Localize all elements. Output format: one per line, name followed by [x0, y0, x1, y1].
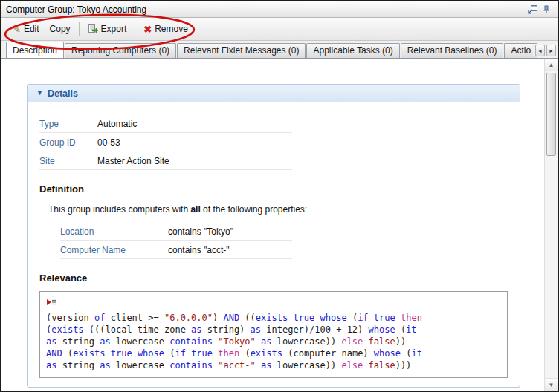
- titlebar: Computer Group: Tokyo Accounting: [1, 1, 558, 18]
- property-label: Location: [60, 226, 168, 237]
- field-value: Automatic: [97, 119, 137, 129]
- export-button[interactable]: Export: [83, 20, 132, 39]
- details-header[interactable]: ▼ Details: [28, 85, 520, 102]
- tab-reporting-computers[interactable]: Reporting Computers (0): [65, 43, 176, 58]
- property-row-location: Location contains "Tokyo": [60, 222, 292, 241]
- pin-icon[interactable]: [541, 4, 552, 14]
- remove-button[interactable]: ✖ Remove: [138, 21, 193, 37]
- intro-suffix: of the following properties:: [201, 204, 307, 215]
- titlebar-icons: [527, 4, 552, 14]
- tab-applicable-tasks[interactable]: Applicable Tasks (0): [306, 43, 399, 58]
- pencil-icon: ✎: [13, 24, 21, 34]
- float-window-icon[interactable]: [527, 4, 537, 14]
- copy-button[interactable]: Copy: [45, 21, 76, 37]
- field-value: 00-53: [97, 137, 120, 148]
- relevance-heading: Relevance: [39, 272, 520, 284]
- tab-action-truncated[interactable]: Actio: [504, 43, 537, 58]
- details-fields: Type Automatic Group ID 00-53 Site Maste…: [39, 114, 292, 170]
- field-row-site: Site Master Action Site: [39, 151, 292, 170]
- vertical-scrollbar[interactable]: ▲ ▼: [544, 59, 558, 391]
- property-row-computer-name: Computer Name contains "acct-": [60, 241, 292, 259]
- field-value: Master Action Site: [97, 156, 169, 166]
- copy-button-label: Copy: [50, 24, 71, 34]
- definition-heading: Definition: [39, 183, 520, 195]
- field-label: Group ID: [39, 137, 97, 148]
- field-label: Type: [39, 119, 97, 129]
- tab-relevant-fixlet-messages[interactable]: Relevant Fixlet Messages (0): [177, 43, 306, 58]
- field-row-type: Type Automatic: [39, 114, 292, 133]
- tabbar: Description Reporting Computers (0) Rele…: [1, 41, 558, 59]
- remove-button-label: Remove: [155, 24, 188, 34]
- toolbar-separator: [135, 22, 135, 36]
- description-document: ▼ Details Type Automatic Group ID 00-53 …: [1, 59, 544, 391]
- remove-x-icon: ✖: [143, 24, 152, 34]
- field-row-group-id: Group ID 00-53: [39, 133, 292, 151]
- tab-description[interactable]: Description: [6, 42, 64, 59]
- toolbar-separator: [79, 22, 80, 36]
- tab-relevant-baselines[interactable]: Relevant Baselines (0): [401, 43, 504, 58]
- export-icon: [88, 23, 98, 36]
- tab-scrollers: ◄ ►: [533, 45, 556, 56]
- content-area: ▼ Details Type Automatic Group ID 00-53 …: [1, 59, 558, 391]
- definition-intro: This group includes computers with all o…: [48, 204, 520, 215]
- intro-bold: all: [190, 204, 200, 215]
- edit-button-label: Edit: [24, 24, 39, 34]
- field-label: Site: [39, 156, 97, 166]
- tab-scroll-left-icon[interactable]: ◄: [535, 45, 545, 56]
- edit-button[interactable]: ✎ Edit: [7, 21, 45, 37]
- toolbar: ✎ Edit Copy Export ✖ Remove: [1, 18, 558, 41]
- scroll-up-icon[interactable]: ▲: [545, 59, 558, 71]
- relevance-code: (version of client >= "6.0.0.0") AND ((e…: [46, 312, 501, 371]
- details-section: ▼ Details Type Automatic Group ID 00-53 …: [27, 84, 520, 388]
- scroll-down-icon[interactable]: ▼: [545, 378, 558, 391]
- window-title: Computer Group: Tokyo Accounting: [6, 4, 527, 15]
- computer-group-window: Computer Group: Tokyo Accounting ✎: [0, 0, 559, 392]
- definition-properties: Location contains "Tokyo" Computer Name …: [60, 222, 292, 259]
- collapse-triangle-icon: ▼: [36, 90, 43, 97]
- intro-prefix: This group includes computers with: [48, 204, 190, 215]
- export-button-label: Export: [101, 24, 127, 34]
- property-label: Computer Name: [60, 245, 168, 255]
- property-value: contains "Tokyo": [168, 226, 233, 237]
- property-value: contains "acct-": [168, 245, 230, 255]
- tab-scroll-right-icon[interactable]: ►: [546, 45, 556, 56]
- scrollbar-thumb[interactable]: [546, 73, 556, 156]
- relevance-code-box: (version of client >= "6.0.0.0") AND ((e…: [39, 291, 508, 378]
- relevance-expression-icon: [46, 296, 501, 310]
- details-header-label: Details: [48, 88, 78, 99]
